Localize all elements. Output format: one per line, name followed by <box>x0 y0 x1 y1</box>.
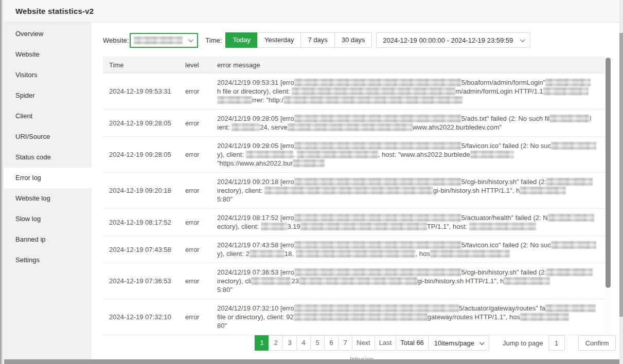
redacted-text <box>294 241 461 249</box>
sidebar: OverviewWebsiteVisitorsSpiderClientURI/S… <box>4 23 92 364</box>
horizontal-scrollbar[interactable] <box>4 359 619 364</box>
page-size-select[interactable]: 10items/page <box>428 335 489 351</box>
pagination: 1234567 Next Last Total 66 10items/page … <box>255 335 616 351</box>
time-button-30-days[interactable]: 30 days <box>334 32 372 48</box>
message-line: y), client: 218, , hos <box>217 249 604 258</box>
message-text: , <box>293 151 297 158</box>
sidebar-item-client[interactable]: Client <box>4 106 92 126</box>
error-message-cell: 2024/12/19 09:28:05 [erro5/favicon.ico" … <box>217 141 605 168</box>
redacted-text <box>294 79 461 86</box>
message-text: 5:80" <box>217 195 233 203</box>
sidebar-item-banned-ip[interactable]: Banned ip <box>4 229 92 250</box>
time-cell: 2024-12-19 09:28:05 <box>103 151 185 158</box>
redacted-text <box>264 187 433 194</box>
website-select[interactable] <box>130 33 198 48</box>
sidebar-item-uri-source[interactable]: URI/Source <box>4 126 92 147</box>
jump-to-page-label: Jump to page <box>503 339 543 347</box>
message-text: irectory), cli <box>217 277 251 285</box>
modal-shadow <box>0 0 5 364</box>
redacted-text <box>545 79 591 86</box>
sidebar-item-website-log[interactable]: Website log <box>4 188 92 209</box>
message-text: 5:80" <box>217 286 233 294</box>
time-button-yesterday[interactable]: Yesterday <box>257 32 301 48</box>
message-text: 3.19 <box>288 223 300 230</box>
redacted-text <box>292 87 455 95</box>
modal-title-bar: Website statistics-v2 <box>4 0 619 23</box>
chevron-down-icon <box>188 37 193 42</box>
column-header-error-message: error message <box>217 61 605 69</box>
page-size-value: 10items/page <box>434 339 474 347</box>
message-text: y), client: 2 <box>217 250 250 258</box>
message-text: , hos <box>416 250 430 258</box>
message-text: , host: "www.ahs2022.burblede <box>378 151 470 158</box>
total-count: Total 66 <box>396 335 429 351</box>
message-text: www.ahs2022.burbledev.com" <box>413 123 502 131</box>
last-page-button[interactable]: Last <box>375 335 397 351</box>
jump-to-page-input[interactable] <box>548 335 565 351</box>
time-button-7-days[interactable]: 7 days <box>300 32 334 48</box>
window-scrollbar-thumb[interactable] <box>619 33 623 317</box>
redacted-text <box>261 223 288 230</box>
message-text: gi-bin/history.sh HTTP/1.1", h <box>433 187 520 194</box>
page-button-5[interactable]: 5 <box>310 335 325 351</box>
redacted-text <box>296 250 416 258</box>
time-cell: 2024-12-19 09:28:05 <box>103 119 185 127</box>
redacted-text <box>520 313 569 321</box>
page-button-3[interactable]: 3 <box>282 335 297 351</box>
sidebar-item-settings[interactable]: Settings <box>4 250 92 270</box>
sidebar-item-error-log[interactable]: Error log <box>4 168 92 188</box>
page-button-7[interactable]: 7 <box>338 335 352 351</box>
message-text: 24, serve <box>260 123 287 131</box>
message-text: 80" <box>217 322 227 330</box>
message-line: irectory), client: gi-bin/history.sh HTT… <box>217 186 604 195</box>
sidebar-item-status-code[interactable]: Status code <box>4 147 92 168</box>
column-header-level: level <box>185 61 217 69</box>
redacted-text <box>288 123 413 131</box>
sidebar-item-spider[interactable]: Spider <box>4 85 92 106</box>
time-button-today[interactable]: Today <box>225 32 258 48</box>
redacted-text <box>546 178 593 186</box>
time-cell: 2024-12-19 07:32:10 <box>103 313 185 321</box>
redacted-text <box>232 123 260 131</box>
date-range-select[interactable]: 2024-12-19 00:00:00 - 2024-12-19 23:59:5… <box>376 32 530 48</box>
message-line: 2024/12/19 07:32:10 [erro5/actuator/gate… <box>217 304 604 313</box>
message-text: 5/favicon.ico" failed (2: No suc <box>461 142 551 150</box>
sidebar-item-slow-log[interactable]: Slow log <box>4 209 92 229</box>
redacted-text <box>294 214 461 222</box>
message-text: y), client: <box>217 151 246 158</box>
table-row: 2024-12-19 08:17:52error2024/12/19 08:17… <box>103 209 605 236</box>
redacted-text <box>294 115 461 122</box>
redacted-text <box>543 87 589 95</box>
message-line: y), client: , , host: "www.ahs2022.burbl… <box>217 150 604 159</box>
sidebar-item-website[interactable]: Website <box>4 44 92 65</box>
confirm-button[interactable]: Confirm <box>578 335 616 351</box>
message-text: 2024/12/19 07:32:10 [erro <box>217 304 294 312</box>
message-text: h file or directory), client: <box>217 87 292 95</box>
page-button-1[interactable]: 1 <box>255 335 269 351</box>
page-button-2[interactable]: 2 <box>269 335 283 351</box>
sidebar-item-visitors[interactable]: Visitors <box>4 65 92 85</box>
level-cell: error <box>185 246 217 253</box>
error-message-cell: 2024/12/19 08:17:52 [erro5/actuator/heal… <box>217 213 605 231</box>
redacted-text <box>520 187 566 194</box>
sidebar-item-overview[interactable]: Overview <box>4 24 92 44</box>
message-line: h file or directory), client: m/admin/fo… <box>217 87 604 96</box>
next-page-button[interactable]: Next <box>352 335 375 351</box>
message-text: 2024/12/19 07:36:53 [erro <box>217 268 294 276</box>
table-scrollbar-thumb[interactable] <box>606 58 611 288</box>
error-message-cell: 2024/12/19 07:36:53 [erro5/cgi-bin/histo… <box>217 268 605 294</box>
message-line: 80" <box>217 321 604 330</box>
page-button-6[interactable]: 6 <box>324 335 339 351</box>
redacted-text <box>250 250 284 258</box>
message-text: 2024/12/19 09:20:18 [erro <box>217 178 294 186</box>
redacted-text <box>294 268 461 276</box>
page-buttons: 1234567 <box>255 335 352 351</box>
window-scrollbar-track[interactable] <box>619 0 623 364</box>
message-text: gi-bin/history.sh HTTP/1.1", h <box>417 277 504 285</box>
message-line: 2024/12/19 09:28:05 [erro5/ads.txt" fail… <box>217 114 604 123</box>
level-cell: error <box>185 151 217 158</box>
table-row: 2024-12-19 07:43:58error2024/12/19 07:43… <box>103 236 605 263</box>
page-button-4[interactable]: 4 <box>296 335 311 351</box>
redacted-text <box>551 241 596 249</box>
message-text: 2024/12/19 07:43:58 [erro <box>217 241 294 249</box>
